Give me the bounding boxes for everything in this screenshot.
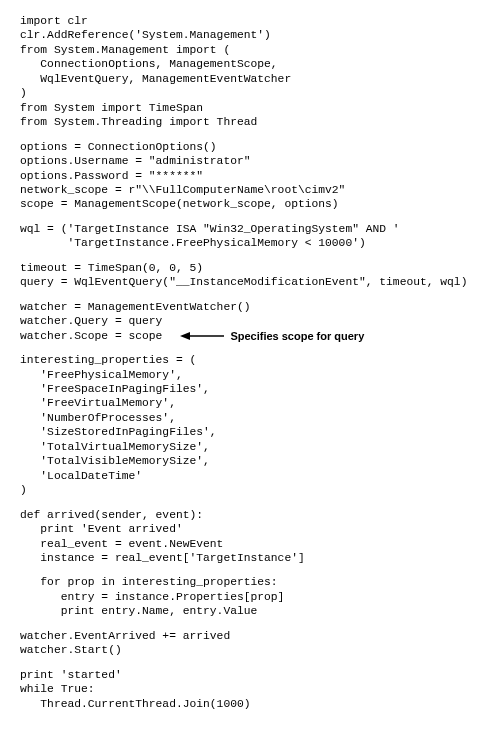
code-block-wql: wql = ('TargetInstance ISA "Win32_Operat… xyxy=(20,222,480,251)
code-block-loop: print 'started' while True: Thread.Curre… xyxy=(20,668,480,711)
code-line: watcher.Scope = scope xyxy=(20,329,162,343)
code-block-options: options = ConnectionOptions() options.Us… xyxy=(20,140,480,212)
annotated-code-line: watcher.Scope = scope Specifies scope fo… xyxy=(20,329,480,343)
code-block-start: watcher.EventArrived += arrived watcher.… xyxy=(20,629,480,658)
svg-marker-1 xyxy=(180,332,190,340)
code-block-imports: import clr clr.AddReference('System.Mana… xyxy=(20,14,480,130)
code-block-handler: def arrived(sender, event): print 'Event… xyxy=(20,508,480,619)
code-block-watcher: watcher = ManagementEventWatcher() watch… xyxy=(20,300,480,343)
code-paragraph: def arrived(sender, event): print 'Event… xyxy=(20,508,480,566)
code-line: watcher = ManagementEventWatcher() xyxy=(20,300,480,314)
code-paragraph: for prop in interesting_properties: entr… xyxy=(20,575,480,618)
code-block-query: timeout = TimeSpan(0, 0, 5) query = WqlE… xyxy=(20,261,480,290)
code-line: watcher.Query = query xyxy=(20,314,480,328)
code-block-properties: interesting_properties = ( 'FreePhysical… xyxy=(20,353,480,498)
arrow-left-icon xyxy=(180,330,224,342)
annotation-label: Specifies scope for query xyxy=(230,329,364,343)
